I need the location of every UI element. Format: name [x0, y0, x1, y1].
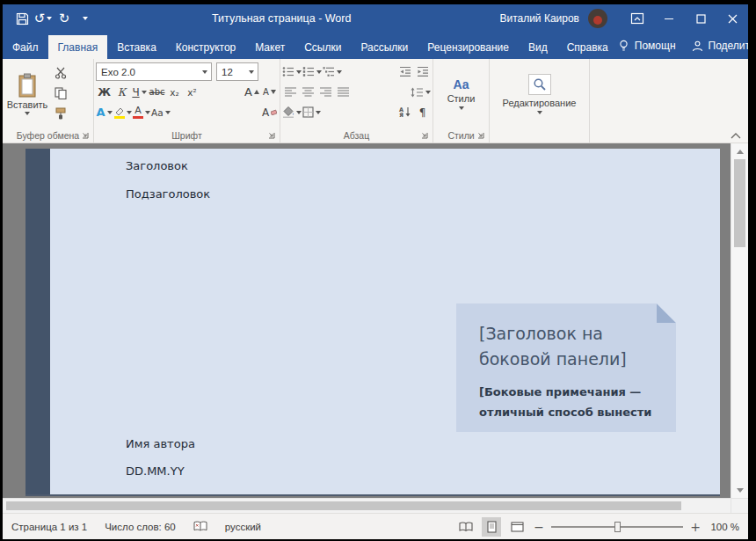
clear-formatting-button[interactable]: А: [261, 104, 278, 121]
change-case-button[interactable]: Aa: [151, 104, 171, 121]
tab-view[interactable]: Вид: [519, 35, 557, 59]
read-mode-button[interactable]: [456, 517, 476, 537]
align-center-button[interactable]: [300, 84, 316, 101]
tell-me-assistant[interactable]: Помощн: [618, 40, 676, 52]
tab-help[interactable]: Справка: [557, 35, 618, 59]
customize-quick-access-button[interactable]: [75, 7, 96, 30]
shrink-font-button[interactable]: А: [261, 84, 278, 101]
tab-file[interactable]: Файл: [3, 35, 48, 59]
zoom-level[interactable]: 100 %: [708, 522, 739, 532]
bold-button[interactable]: Ж: [96, 84, 113, 101]
minimize-button[interactable]: [653, 4, 685, 33]
zoom-in-button[interactable]: +: [689, 520, 701, 534]
italic-button[interactable]: К: [113, 84, 130, 101]
sidebar-heading[interactable]: [Заголовок на боковой панели]: [479, 321, 660, 372]
account-name[interactable]: Виталий Каиров: [499, 12, 579, 25]
close-icon: [728, 14, 738, 24]
print-layout-button[interactable]: [482, 517, 501, 537]
bullets-button[interactable]: [282, 63, 302, 81]
font-size-combo[interactable]: 12: [216, 62, 258, 81]
justify-button[interactable]: [335, 84, 352, 101]
subtitle-placeholder[interactable]: Подзаголовок: [126, 187, 210, 201]
align-right-button[interactable]: [317, 84, 334, 101]
vertical-scroll-thumb[interactable]: [734, 159, 745, 247]
tab-home[interactable]: Главная: [48, 35, 108, 59]
sidebar-body-text[interactable]: [Боковые примечания — отличный способ вы…: [479, 382, 660, 422]
cut-button[interactable]: [50, 64, 71, 82]
align-left-button[interactable]: [282, 84, 299, 101]
author-placeholder[interactable]: Имя автора: [126, 437, 195, 450]
font-name-combo[interactable]: Exo 2.0: [96, 62, 212, 81]
format-painter-button[interactable]: [50, 105, 71, 122]
tab-mailings[interactable]: Рассылки: [351, 35, 418, 59]
zoom-slider[interactable]: [551, 520, 683, 534]
bullets-caret-icon: [296, 70, 302, 74]
zoom-out-button[interactable]: −: [533, 520, 545, 534]
date-placeholder[interactable]: DD.MM.YY: [126, 464, 185, 478]
underline-button[interactable]: Ч: [131, 84, 148, 101]
strikethrough-button[interactable]: abc: [149, 84, 165, 101]
maximize-button[interactable]: [685, 4, 716, 33]
font-name-dropdown[interactable]: [199, 63, 211, 80]
sort-button[interactable]: А Я: [396, 104, 413, 121]
horizontal-scroll-thumb[interactable]: [6, 501, 681, 510]
titlebar: ↺ ↻ Титульная страница - Word Виталий Ка…: [3, 4, 748, 33]
undo-button[interactable]: ↺: [33, 7, 54, 30]
sidebar-panel[interactable]: [Заголовок на боковой панели] [Боковые п…: [456, 303, 676, 432]
borders-button[interactable]: [302, 104, 321, 121]
collapse-ribbon-button[interactable]: [731, 133, 741, 139]
user-avatar[interactable]: [588, 9, 607, 28]
grow-font-button[interactable]: А: [244, 84, 260, 101]
superscript-button[interactable]: x²: [184, 84, 200, 101]
numbering-button[interactable]: [302, 63, 322, 81]
undo-icon: ↺: [34, 11, 46, 26]
text-effects-button[interactable]: А: [96, 104, 113, 121]
subscript-button[interactable]: x₂: [166, 84, 183, 101]
title-placeholder[interactable]: Заголовок: [126, 159, 188, 172]
text-highlight-button[interactable]: [113, 104, 132, 121]
styles-gallery-button[interactable]: Аа Стили: [435, 61, 487, 128]
share-button[interactable]: Поделиться: [692, 40, 748, 52]
shading-button[interactable]: [282, 104, 302, 121]
close-button[interactable]: [716, 4, 748, 33]
proofing-status[interactable]: [193, 521, 207, 532]
tab-insert[interactable]: Вставка: [107, 35, 166, 59]
folded-corner: [657, 303, 676, 323]
web-layout-button[interactable]: [507, 517, 527, 537]
page-number-status[interactable]: Страница 1 из 1: [11, 522, 87, 532]
show-formatting-marks-button[interactable]: ¶: [414, 104, 431, 121]
tab-references[interactable]: Ссылки: [294, 35, 351, 59]
font-dialog-launcher[interactable]: [267, 131, 276, 140]
page-body[interactable]: Заголовок Подзаголовок [Заголовок на бок…: [50, 149, 720, 494]
paragraph-dialog-launcher[interactable]: [420, 131, 429, 140]
zoom-thumb[interactable]: [614, 522, 621, 532]
increase-indent-button[interactable]: [414, 63, 431, 81]
document-page[interactable]: Заголовок Подзаголовок [Заголовок на бок…: [25, 149, 720, 496]
font-size-dropdown[interactable]: [245, 63, 258, 80]
clipboard-dialog-launcher[interactable]: [81, 131, 90, 140]
styles-icon: Аа: [453, 78, 469, 91]
font-color-button[interactable]: А: [133, 104, 150, 121]
scissors-icon: [55, 67, 67, 79]
language-status[interactable]: русский: [225, 522, 261, 532]
copy-button[interactable]: [50, 84, 71, 102]
line-spacing-button[interactable]: [411, 84, 431, 101]
multilevel-caret-icon: [337, 70, 342, 74]
paste-button[interactable]: Вставить: [4, 61, 50, 128]
ribbon-display-options-button[interactable]: [622, 4, 653, 33]
multilevel-list-button[interactable]: [323, 63, 342, 81]
scroll-down-button[interactable]: [731, 484, 748, 496]
tab-review[interactable]: Рецензирование: [418, 35, 519, 59]
vertical-scrollbar[interactable]: [731, 143, 748, 498]
redo-button[interactable]: ↻: [54, 7, 75, 30]
styles-dialog-launcher[interactable]: [476, 131, 485, 140]
editing-group-button[interactable]: Редактирование: [491, 61, 587, 128]
clipboard-mini-buttons: [50, 61, 71, 128]
tab-design[interactable]: Конструктор: [166, 35, 245, 59]
save-button[interactable]: [11, 7, 33, 30]
decrease-indent-button[interactable]: [396, 63, 413, 81]
horizontal-scrollbar[interactable]: [3, 498, 748, 513]
word-count-status[interactable]: Число слов: 60: [105, 522, 176, 532]
scroll-up-button[interactable]: [731, 145, 748, 157]
tab-layout[interactable]: Макет: [245, 35, 294, 59]
